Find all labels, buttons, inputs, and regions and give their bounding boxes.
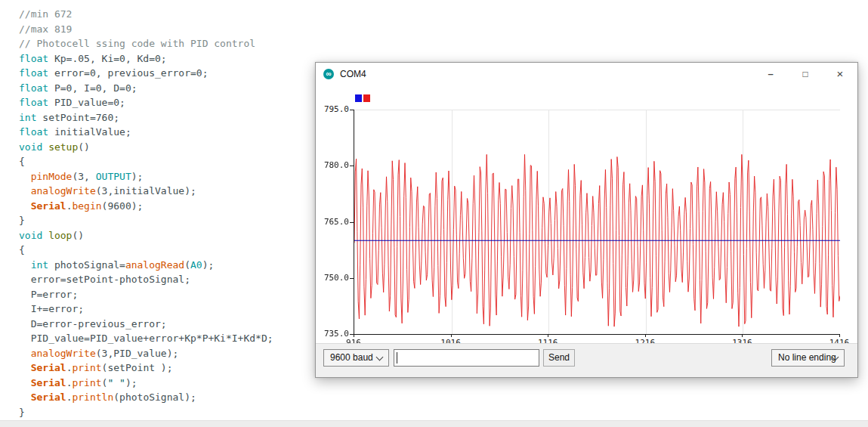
code-line: analogWrite(3,PID_value); bbox=[19, 346, 273, 361]
code-token-keyword: int bbox=[19, 112, 36, 123]
code-token-serial: Serial bbox=[31, 200, 66, 212]
code-token-plain: P=error; bbox=[19, 289, 78, 300]
legend-swatch-photoSignal bbox=[363, 94, 370, 102]
arduino-icon: ∞ bbox=[323, 69, 334, 79]
code-token-plain: ( bbox=[184, 259, 190, 271]
code-token-plain bbox=[19, 200, 31, 212]
y-tick-label: 765.0 bbox=[319, 217, 349, 227]
code-line: float initialValue; bbox=[19, 125, 273, 140]
window-title: COM4 bbox=[340, 69, 366, 79]
line-ending-value: No line ending bbox=[778, 352, 836, 363]
code-token-plain: ); bbox=[202, 259, 215, 271]
y-tick-mark bbox=[350, 110, 354, 110]
x-tick-mark bbox=[839, 334, 840, 337]
code-line: P=error; bbox=[19, 287, 273, 302]
code-token-keyword: int bbox=[31, 259, 48, 271]
code-token-serial: Serial bbox=[31, 391, 66, 403]
code-token-comment: //min 672 bbox=[19, 8, 72, 20]
code-token-plain bbox=[19, 185, 31, 196]
code-token-plain bbox=[42, 141, 48, 153]
code-token-plain: } bbox=[19, 407, 25, 418]
code-line: float Kp=.05, Ki=0, Kd=0; bbox=[19, 51, 273, 67]
code-line: int photoSignal=analogRead(A0); bbox=[19, 258, 273, 273]
code-token-plain: setPoint=760; bbox=[36, 112, 119, 123]
code-line: Serial.begin(9600); bbox=[19, 199, 273, 214]
code-token-plain: P=0, I=0, D=0; bbox=[48, 82, 137, 94]
code-token-funcdef: loop bbox=[48, 230, 72, 241]
code-token-constant: A0 bbox=[190, 259, 202, 271]
code-line: void loop() bbox=[19, 228, 273, 243]
y-tick-mark bbox=[350, 278, 354, 279]
text-caret bbox=[397, 352, 397, 364]
code-token-plain: PID_value=PID_value+error+Kp*P+Ki*I+Kd*D… bbox=[19, 333, 273, 344]
minimize-button[interactable]: – bbox=[753, 63, 788, 85]
code-token-function: begin bbox=[72, 200, 101, 212]
code-line: int setPoint=760; bbox=[19, 110, 273, 125]
code-token-plain: photoSignal= bbox=[48, 259, 125, 271]
code-token-function: analogWrite bbox=[31, 348, 96, 359]
code-token-serial: Serial bbox=[31, 362, 66, 373]
code-token-plain: Kp=.05, Ki=0, Kd=0; bbox=[48, 53, 167, 64]
code-token-function: println bbox=[72, 391, 113, 403]
code-token-plain: (photoSignal); bbox=[113, 391, 196, 403]
code-token-function: print bbox=[72, 362, 101, 373]
code-token-plain: () bbox=[78, 141, 90, 153]
code-line: } bbox=[19, 213, 273, 228]
send-button[interactable]: Send bbox=[543, 349, 575, 367]
code-token-keyword: float bbox=[19, 97, 48, 108]
code-token-keyword: float bbox=[19, 126, 48, 138]
code-token-plain bbox=[19, 348, 31, 359]
code-editor[interactable]: //min 672//max 819// Photocell ssing cod… bbox=[19, 7, 273, 419]
baud-rate-select[interactable]: 9600 baud bbox=[323, 349, 389, 367]
serial-toolbar: 9600 baud Send No line ending bbox=[316, 343, 857, 377]
y-tick-label: 750.0 bbox=[319, 273, 349, 283]
code-token-function: analogWrite bbox=[31, 185, 96, 196]
code-token-plain: ); bbox=[125, 377, 137, 388]
code-token-comment: // Photocell ssing code with PID control bbox=[19, 38, 255, 49]
code-token-keyword: float bbox=[19, 67, 48, 79]
code-line: float P=0, I=0, D=0; bbox=[19, 81, 273, 96]
plot-legend bbox=[355, 94, 372, 102]
code-token-plain: (9600); bbox=[102, 200, 144, 212]
code-token-constant: OUTPUT bbox=[96, 171, 131, 182]
code-line: error=setPoint-photoSignal; bbox=[19, 272, 273, 287]
code-line: { bbox=[19, 154, 273, 169]
code-token-plain: ); bbox=[131, 171, 144, 182]
code-token-plain: (3,PID_value); bbox=[96, 348, 179, 359]
code-token-plain bbox=[19, 391, 31, 403]
maximize-button[interactable]: □ bbox=[788, 63, 823, 85]
code-token-keyword: void bbox=[19, 141, 42, 153]
x-tick-mark bbox=[548, 334, 548, 337]
serial-message-input[interactable] bbox=[394, 349, 539, 367]
code-token-plain: { bbox=[19, 156, 25, 167]
serial-plotter-window: ∞ COM4 – □ × 795.0780.0765.0750.0735.091… bbox=[315, 62, 858, 378]
y-tick-label: 780.0 bbox=[319, 160, 349, 170]
plot-region: 795.0780.0765.0750.0735.0916101611161216… bbox=[316, 85, 857, 344]
code-token-plain: } bbox=[19, 215, 25, 226]
code-line: PID_value=PID_value+error+Kp*P+Ki*I+Kd*D… bbox=[19, 331, 273, 346]
y-axis-line bbox=[354, 110, 354, 335]
code-line: I+=error; bbox=[19, 302, 273, 317]
x-tick-mark bbox=[742, 334, 743, 337]
code-token-keyword: float bbox=[19, 53, 48, 64]
y-tick-mark bbox=[350, 166, 354, 166]
code-token-plain: error=0, previous_error=0; bbox=[48, 67, 208, 79]
x-tick-mark bbox=[354, 334, 354, 337]
y-tick-label: 795.0 bbox=[319, 104, 349, 114]
code-token-plain: I+=error; bbox=[19, 303, 84, 314]
code-token-funcdef: setup bbox=[48, 141, 78, 153]
legend-swatch-setPoint bbox=[355, 94, 362, 102]
close-button[interactable]: × bbox=[823, 63, 857, 85]
code-token-plain: initialValue; bbox=[48, 126, 131, 138]
code-token-plain bbox=[19, 259, 31, 271]
code-token-function: print bbox=[72, 377, 101, 388]
code-token-serial: Serial bbox=[31, 377, 66, 388]
code-line: { bbox=[19, 243, 273, 258]
code-line: } bbox=[19, 405, 273, 420]
window-titlebar[interactable]: ∞ COM4 – □ × bbox=[316, 63, 857, 85]
code-token-plain: D=error-previous_error; bbox=[19, 318, 167, 330]
code-token-keyword: float bbox=[19, 82, 48, 94]
code-line: Serial.println(photoSignal); bbox=[19, 390, 273, 405]
code-line: //max 819 bbox=[19, 22, 273, 37]
line-ending-select[interactable]: No line ending bbox=[771, 349, 845, 367]
